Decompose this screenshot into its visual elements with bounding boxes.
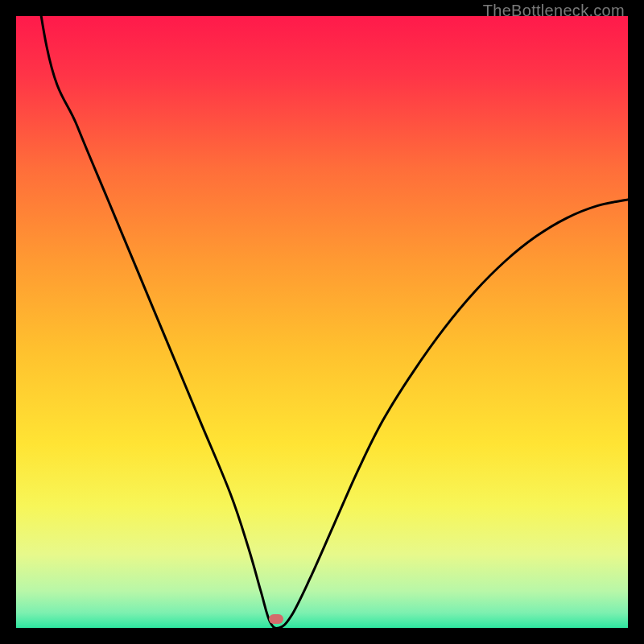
optimal-marker xyxy=(269,614,283,624)
bottleneck-chart xyxy=(16,16,628,628)
gradient-background xyxy=(16,16,628,628)
watermark-text: TheBottleneck.com xyxy=(483,2,625,20)
